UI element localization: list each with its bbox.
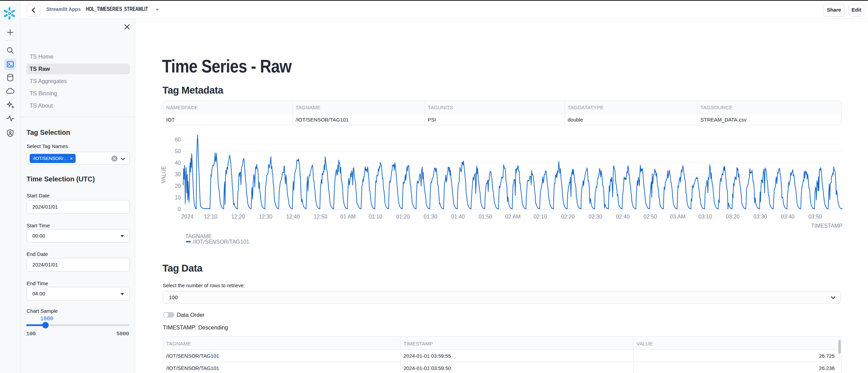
svg-text:60: 60 xyxy=(175,137,181,143)
svg-text:03:30: 03:30 xyxy=(753,214,767,220)
svg-text:10: 10 xyxy=(175,195,181,200)
svg-text:12:10: 12:10 xyxy=(204,214,217,220)
svg-text:02 AM: 02 AM xyxy=(505,214,521,220)
svg-text:12:50: 12:50 xyxy=(314,214,327,220)
svg-text:40: 40 xyxy=(175,160,181,166)
svg-text:01 AM: 01 AM xyxy=(340,214,356,220)
svg-text:2024: 2024 xyxy=(181,214,193,220)
svg-text:03 AM: 03 AM xyxy=(670,214,685,220)
svg-text:03:40: 03:40 xyxy=(781,214,794,220)
svg-text:01:30: 01:30 xyxy=(424,214,437,220)
svg-text:02:40: 02:40 xyxy=(616,214,630,220)
svg-text:12:40: 12:40 xyxy=(286,214,300,220)
svg-text:12:20: 12:20 xyxy=(231,214,245,220)
svg-text:50: 50 xyxy=(175,148,181,154)
svg-text:TIMESTAMP: TIMESTAMP xyxy=(811,223,842,229)
svg-text:01:40: 01:40 xyxy=(451,214,465,220)
svg-text:/IOT/SENSOR/TAG101: /IOT/SENSOR/TAG101 xyxy=(193,239,249,245)
svg-text:02:20: 02:20 xyxy=(561,214,575,220)
svg-text:02:30: 02:30 xyxy=(588,214,602,220)
svg-text:01:20: 01:20 xyxy=(396,214,410,220)
svg-text:TAGNAME: TAGNAME xyxy=(185,233,212,239)
svg-text:01:10: 01:10 xyxy=(369,214,382,220)
svg-text:12:30: 12:30 xyxy=(259,214,272,220)
svg-text:01:50: 01:50 xyxy=(478,214,492,220)
svg-text:02:50: 02:50 xyxy=(644,214,657,220)
svg-text:VALUE: VALUE xyxy=(161,166,167,183)
svg-text:30: 30 xyxy=(175,172,181,177)
svg-text:20: 20 xyxy=(175,183,181,189)
svg-text:02:10: 02:10 xyxy=(534,214,547,220)
svg-text:03:50: 03:50 xyxy=(808,214,822,220)
svg-text:03:10: 03:10 xyxy=(698,214,712,220)
svg-text:0: 0 xyxy=(178,206,181,212)
svg-text:03:20: 03:20 xyxy=(726,214,740,220)
